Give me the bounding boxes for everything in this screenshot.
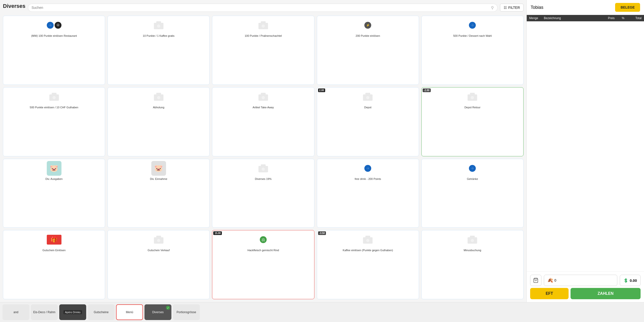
svg-rect-1 xyxy=(156,21,161,24)
product-name: Depot Retour xyxy=(464,106,480,109)
product-image xyxy=(465,232,480,247)
category-label: and xyxy=(14,310,18,314)
basket-count: 🍂 0 xyxy=(544,275,617,286)
product-name: Gutschein Verkauf xyxy=(148,248,170,252)
product-name: 500 Punkte / Dessert nach Wahl xyxy=(453,34,492,38)
product-card[interactable]: 🎁 Gutschein Einlösen xyxy=(3,230,105,299)
product-card[interactable]: 10 Punkte / 1 Kaffee gratis xyxy=(108,16,210,85)
product-image: 🐷 xyxy=(151,161,166,176)
col-menge: Menge xyxy=(529,17,544,20)
search-icon: ⚲ xyxy=(491,6,494,10)
user-name: Tobias xyxy=(531,5,543,10)
svg-rect-25 xyxy=(156,236,161,238)
product-name: 200 Punkte einlösen xyxy=(356,34,380,38)
basket-icon: 🍂 xyxy=(548,278,553,283)
search-input[interactable] xyxy=(32,6,489,10)
product-image xyxy=(256,90,270,104)
category-menu[interactable]: Menü xyxy=(116,304,143,320)
svg-point-29 xyxy=(366,239,370,242)
product-image: ⚡ xyxy=(360,18,375,33)
col-total: Total xyxy=(624,17,642,20)
category-diverses[interactable]: ✓Diverses xyxy=(144,304,172,320)
product-image xyxy=(47,90,62,104)
product-card[interactable]: 15.00 ⚖ Hackfleisch gemischt Rind xyxy=(212,230,314,299)
col-pct: % xyxy=(614,17,624,20)
filter-button[interactable]: ☷ FILTER xyxy=(500,4,524,12)
product-card[interactable]: ⦿ (MW) 100 Punkte einlösen Restaurant xyxy=(3,16,105,85)
product-name: Diverses 19% xyxy=(255,177,272,181)
product-name: Gutschein Einlösen xyxy=(42,248,66,252)
svg-point-11 xyxy=(157,96,160,99)
product-card[interactable]: Gutschein Verkauf xyxy=(108,230,210,299)
price-badge: 15.00 xyxy=(213,231,222,235)
category-label: Diverses xyxy=(152,310,164,314)
category-portion[interactable]: Portionsgrösse xyxy=(173,304,200,320)
product-card[interactable]: 500 Punkte / Dessert nach Wahl xyxy=(422,16,524,85)
product-card[interactable]: Artikel Take-Away xyxy=(212,87,314,156)
category-and[interactable]: and xyxy=(2,304,30,320)
category-label: Eis-Deco / Rahm xyxy=(33,310,56,314)
product-name: 500 Punkte einlösen / 10 CHF Guthaben xyxy=(30,106,78,109)
product-name: Div. Einnahme xyxy=(150,177,167,181)
price-badge: -2.00 xyxy=(423,89,431,92)
category-label: Gutscheine xyxy=(94,310,109,314)
product-card[interactable]: 🐷 Div. Ausgaben xyxy=(3,159,105,228)
product-image xyxy=(465,90,480,104)
product-name: 10 Punkte / 1 Kaffee gratis xyxy=(143,34,174,38)
page-title: Diverses xyxy=(3,3,26,9)
cart-button[interactable] xyxy=(530,275,542,286)
cart-row: 🍂 0 💲 0.00 xyxy=(530,275,640,286)
product-name: (MW) 100 Punkte einlösen Restaurant xyxy=(31,34,77,38)
product-image xyxy=(151,232,166,247)
product-card[interactable]: Abholung xyxy=(108,87,210,156)
product-card[interactable]: 2.00 Depot xyxy=(317,87,419,156)
product-card[interactable]: Getränke xyxy=(422,159,524,228)
product-card[interactable]: 🐷 Div. Einnahme xyxy=(108,159,210,228)
product-card[interactable]: Minusbuchung xyxy=(422,230,524,299)
belege-button[interactable]: BELEGE xyxy=(615,3,640,12)
product-name: Artikel Take-Away xyxy=(252,106,274,109)
svg-rect-7 xyxy=(52,93,56,95)
product-image: 🎁 xyxy=(47,232,62,247)
svg-point-26 xyxy=(157,239,160,242)
product-card[interactable]: Diverses 19% xyxy=(212,159,314,228)
product-name: Hackfleisch gemischt Rind xyxy=(247,248,279,252)
table-header: Menge Bezeichnung Preis % Total xyxy=(527,15,644,21)
category-gutscheine[interactable]: Gutscheine xyxy=(88,304,114,320)
product-name: Div. Ausgaben xyxy=(46,177,63,181)
product-image xyxy=(151,90,166,104)
product-name: Getränke xyxy=(467,177,478,181)
category-apero[interactable]: Apéro Drinks xyxy=(59,304,86,320)
svg-point-17 xyxy=(366,96,370,99)
action-buttons: EFT ZAHLEN xyxy=(530,288,640,299)
product-image xyxy=(360,232,375,247)
svg-point-23 xyxy=(262,167,265,171)
product-image xyxy=(256,18,270,33)
right-panel: Tobias BELEGE Menge Bezeichnung Preis % … xyxy=(526,0,644,302)
pay-button[interactable]: ZAHLEN xyxy=(570,288,640,299)
svg-rect-28 xyxy=(365,236,370,238)
svg-point-20 xyxy=(471,96,474,99)
svg-point-32 xyxy=(471,239,474,242)
filter-icon: ☷ xyxy=(504,6,507,10)
total-display: 💲 0.00 xyxy=(620,275,640,286)
price-badge: 2.00 xyxy=(318,89,325,92)
product-card[interactable]: 500 Punkte einlösen / 10 CHF Guthaben xyxy=(3,87,105,156)
price-badge: -3.50 xyxy=(318,231,326,235)
svg-rect-4 xyxy=(261,21,266,24)
category-eis[interactable]: Eis-Deco / Rahm xyxy=(31,304,58,320)
product-image xyxy=(360,90,375,104)
product-card[interactable]: ⚡ 200 Punkte einlösen xyxy=(317,16,419,85)
product-card[interactable]: 100 Punkte / Pralinenschachtel xyxy=(212,16,314,85)
cart-total: 0.00 xyxy=(630,278,637,282)
category-label: Menü xyxy=(126,310,133,314)
product-card[interactable]: free drink - 200 Points xyxy=(317,159,419,228)
product-card[interactable]: -3.50 Kaffee einlösen (Punkte gegen Guth… xyxy=(317,230,419,299)
svg-rect-10 xyxy=(156,93,161,95)
eft-button[interactable]: EFT xyxy=(530,288,568,299)
product-name: Minusbuchung xyxy=(464,248,482,252)
svg-point-2 xyxy=(157,25,160,28)
product-card[interactable]: -2.00 Depot Retour xyxy=(422,87,524,156)
product-name: free drink - 200 Points xyxy=(354,177,381,181)
svg-rect-19 xyxy=(470,93,475,95)
